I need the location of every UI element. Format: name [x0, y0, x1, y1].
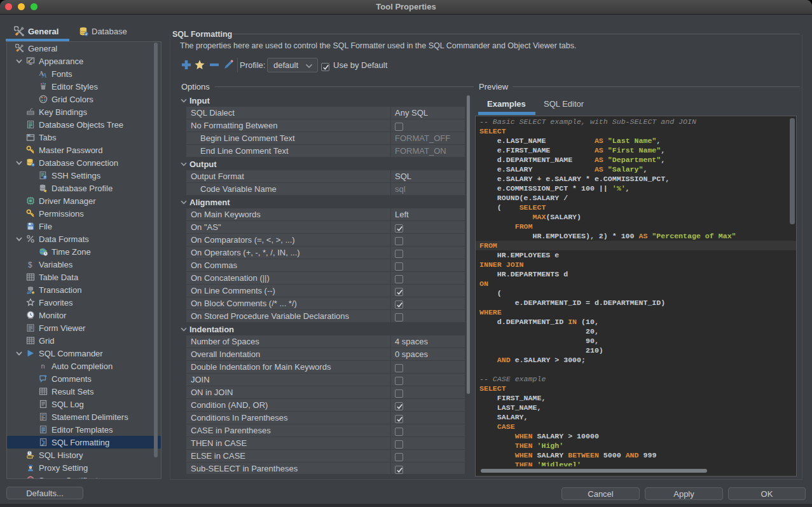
svg-text:$: $ [28, 260, 32, 269]
svg-text:A: A [42, 71, 47, 78]
svg-text:n: n [41, 362, 45, 370]
